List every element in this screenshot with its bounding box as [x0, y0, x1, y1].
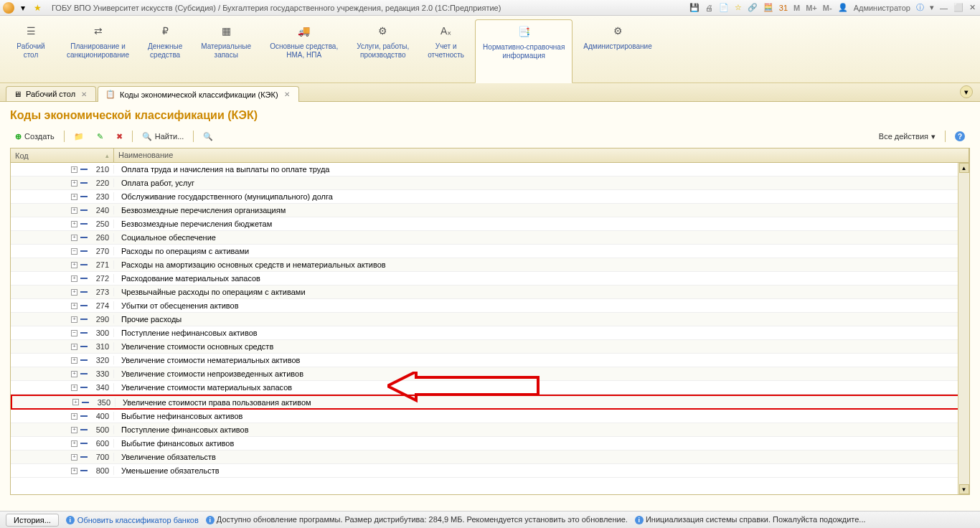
history-button[interactable]: История...	[6, 514, 59, 527]
table-row[interactable]: + 320 Увеличение стоимости нематериальны…	[11, 354, 969, 367]
expand-icon[interactable]: +	[71, 454, 77, 461]
expand-icon[interactable]: +	[71, 275, 77, 282]
tab-1[interactable]: 📋 Коды экономической классификации (КЭК)…	[98, 86, 299, 102]
section-7[interactable]: 📑 Нормативно-справочнаяинформация	[475, 19, 573, 83]
m-plus-button[interactable]: M+	[806, 4, 817, 12]
dropdown2-icon[interactable]: ▾	[930, 3, 934, 12]
favorite-icon[interactable]: ☆	[735, 3, 742, 12]
table-row[interactable]: + 272 Расходование материальных запасов	[11, 272, 969, 286]
expand-icon[interactable]: +	[71, 166, 77, 173]
table-row[interactable]: + 230 Обслуживание государственного (мун…	[11, 190, 969, 204]
table-row[interactable]: + 210 Оплата труда и начисления на выпла…	[11, 163, 969, 176]
minimize-icon[interactable]: —	[940, 4, 948, 12]
calendar-icon[interactable]: 31	[779, 4, 788, 12]
close-icon[interactable]: ✕	[969, 3, 976, 12]
create-button[interactable]: ⊕ Создать	[10, 130, 60, 143]
table-row[interactable]: + 700 Увеличение обязательств	[11, 451, 969, 464]
section-1[interactable]: ⇄ Планирование исанкционирование	[59, 19, 137, 82]
expand-icon[interactable]: +	[72, 399, 79, 405]
tab-close-icon[interactable]: ✕	[283, 90, 291, 99]
section-8[interactable]: ⚙ Администрирование	[575, 19, 659, 82]
cell-code: + 290	[11, 315, 114, 324]
expand-icon[interactable]: +	[71, 207, 77, 214]
expand-icon[interactable]: +	[71, 413, 77, 420]
table-row[interactable]: − 270 Расходы по операциям с активами	[11, 245, 969, 258]
cell-code: + 260	[11, 233, 114, 242]
table-row[interactable]: + 220 Оплата работ, услуг	[11, 176, 969, 190]
section-0[interactable]: ☰ Рабочийстол	[6, 19, 56, 82]
dropdown-icon[interactable]: ▾	[17, 2, 29, 14]
section-5[interactable]: ⚙ Услуги, работы,производство	[349, 19, 417, 82]
expand-icon[interactable]: +	[71, 385, 77, 391]
app-orb-icon[interactable]	[3, 2, 14, 14]
table-row[interactable]: + 600 Выбытие финансовых активов	[11, 437, 969, 451]
folder-plus-icon: 📁	[74, 132, 84, 141]
scroll-down-icon[interactable]: ▼	[959, 484, 969, 494]
find-label: Найти...	[155, 132, 184, 141]
find-button[interactable]: 🔍 Найти...	[137, 130, 189, 143]
expand-icon[interactable]: +	[71, 289, 77, 296]
section-4[interactable]: 🚚 Основные средства,НМА, НПА	[262, 19, 346, 82]
table-row[interactable]: + 350 Увеличение стоимости права пользов…	[11, 395, 969, 410]
expand-icon[interactable]: +	[71, 344, 77, 350]
table-row[interactable]: + 310 Увеличение стоимости основных сред…	[11, 340, 969, 354]
help-button[interactable]: ?	[950, 129, 970, 143]
expand-icon[interactable]: −	[71, 330, 77, 336]
m-button[interactable]: M	[793, 4, 800, 12]
print-icon[interactable]: 🖨	[705, 4, 713, 12]
tab-close-icon[interactable]: ✕	[80, 90, 88, 98]
expand-icon[interactable]: +	[71, 194, 77, 200]
table-row[interactable]: + 800 Уменьшение обязательств	[11, 464, 969, 478]
info-icon[interactable]: ⓘ	[916, 2, 924, 13]
table-row[interactable]: + 330 Увеличение стоимости непроизведенн…	[11, 367, 969, 381]
tab-0[interactable]: 🖥 Рабочий стол ✕	[6, 86, 96, 101]
section-label: Нормативно-справочнаяинформация	[483, 43, 565, 60]
clear-filter-button[interactable]: 🔍	[198, 130, 218, 143]
expand-icon[interactable]: +	[71, 221, 77, 227]
table-row[interactable]: + 274 Убытки от обесценения активов	[11, 299, 969, 313]
tab-more-icon[interactable]: ▾	[960, 85, 973, 98]
expand-icon[interactable]: −	[71, 248, 77, 255]
scroll-up-icon[interactable]: ▲	[959, 163, 969, 173]
table-row[interactable]: + 500 Поступление финансовых активов	[11, 423, 969, 437]
expand-icon[interactable]: +	[71, 440, 77, 447]
expand-icon[interactable]: +	[71, 371, 77, 377]
all-actions-button[interactable]: Все действия ▾	[874, 130, 941, 143]
m-minus-button[interactable]: M-	[823, 4, 832, 12]
table-row[interactable]: + 271 Расходы на амортизацию основных ср…	[11, 258, 969, 272]
save-icon[interactable]: 💾	[689, 3, 699, 12]
section-6[interactable]: Aₓ Учет иотчетность	[420, 19, 472, 82]
table-row[interactable]: + 340 Увеличение стоимости материальных …	[11, 381, 969, 395]
table-row[interactable]: + 273 Чрезвычайные расходы по операциям …	[11, 286, 969, 299]
expand-icon[interactable]: +	[71, 303, 77, 309]
link-icon[interactable]: 🔗	[748, 3, 758, 12]
header-code[interactable]: Код ▴	[11, 148, 114, 162]
section-2[interactable]: ₽ Денежныесредства	[140, 19, 190, 82]
expand-icon[interactable]: +	[71, 180, 77, 187]
doc-icon[interactable]: 📄	[719, 3, 729, 12]
expand-icon[interactable]: +	[71, 468, 77, 474]
create-folder-button[interactable]: 📁	[69, 130, 89, 143]
expand-icon[interactable]: +	[71, 357, 77, 364]
star-icon[interactable]: ★	[32, 2, 43, 14]
table-row[interactable]: + 400 Выбытие нефинансовых активов	[11, 410, 969, 423]
status-link-banks[interactable]: i Обновить классификатор банков	[66, 516, 199, 524]
table-row[interactable]: + 290 Прочие расходы	[11, 313, 969, 326]
expand-icon[interactable]: +	[71, 262, 77, 268]
table-row[interactable]: + 260 Социальное обеспечение	[11, 231, 969, 245]
maximize-icon[interactable]: ⬜	[953, 3, 963, 12]
edit-button[interactable]: ✎	[92, 130, 108, 143]
calc-icon[interactable]: 🧮	[763, 3, 773, 12]
table-row[interactable]: + 240 Безвозмездные перечисления организ…	[11, 204, 969, 217]
statusbar: История... i Обновить классификатор банк…	[0, 511, 980, 528]
expand-icon[interactable]: +	[71, 427, 77, 433]
vertical-scrollbar[interactable]: ▲ ▼	[958, 163, 969, 494]
table-row[interactable]: − 300 Поступление нефинансовых активов	[11, 326, 969, 340]
header-name[interactable]: Наименование	[114, 148, 969, 162]
delete-button[interactable]: ✖	[111, 130, 128, 143]
expand-icon[interactable]: +	[71, 316, 77, 323]
expand-icon[interactable]: +	[71, 235, 77, 241]
section-3[interactable]: ▦ Материальныезапасы	[193, 19, 259, 82]
table-row[interactable]: + 250 Безвозмездные перечисления бюджета…	[11, 217, 969, 231]
status-init-text: i Инициализация системы справки. Пожалуй…	[635, 515, 866, 524]
